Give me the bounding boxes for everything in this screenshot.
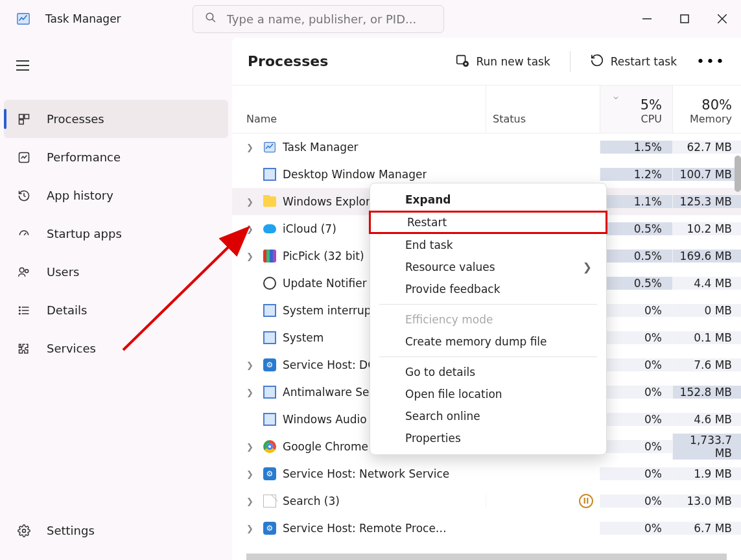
process-row[interactable]: ❯Search (3)II0%13.0 MB: [232, 487, 741, 515]
app-title: Task Manager: [45, 12, 121, 25]
process-memory-cell: 152.8 MB: [672, 386, 741, 399]
process-name: Service Host: Remote Procedu...: [283, 522, 451, 535]
sidebar-item-details[interactable]: Details: [4, 291, 228, 329]
sidebar-item-performance[interactable]: Performance: [4, 138, 228, 176]
memory-column-label: Memory: [690, 113, 732, 125]
expand-chevron-icon[interactable]: ❯: [246, 496, 257, 506]
context-menu-item[interactable]: End task: [370, 234, 606, 256]
process-cpu-cell: 0%: [600, 331, 672, 344]
cloud-icon: [263, 222, 276, 235]
run-new-task-label: Run new task: [476, 55, 550, 68]
process-name: iCloud (7): [283, 222, 336, 235]
svg-point-15: [19, 268, 24, 272]
expand-chevron-icon[interactable]: ❯: [246, 469, 257, 479]
process-memory-cell: 4.6 MB: [672, 413, 741, 426]
vertical-scrollbar[interactable]: [735, 156, 741, 192]
sidebar-item-label: App history: [47, 189, 113, 202]
context-menu-item[interactable]: Properties: [370, 427, 606, 449]
process-status-cell: II: [486, 494, 600, 508]
chevron-down-icon: [612, 92, 620, 104]
window-icon: [263, 413, 276, 426]
close-button[interactable]: [703, 0, 741, 38]
run-task-icon: [455, 53, 469, 70]
context-menu-item[interactable]: Open file location: [370, 383, 606, 405]
sidebar-item-label: Users: [47, 265, 79, 279]
expand-chevron-icon[interactable]: ❯: [246, 360, 257, 370]
hamburger-button[interactable]: [10, 53, 35, 78]
sidebar-item-services[interactable]: Services: [4, 329, 228, 368]
sidebar-item-label: Details: [47, 303, 87, 317]
column-header-memory[interactable]: 80% Memory: [672, 86, 741, 133]
expand-chevron-icon[interactable]: ❯: [246, 388, 257, 397]
context-menu-item[interactable]: Go to details: [370, 361, 606, 383]
window-icon: [263, 168, 276, 181]
process-memory-cell: 100.7 MB: [672, 168, 741, 181]
context-menu-item[interactable]: Create memory dump file: [370, 331, 606, 353]
sidebar-item-startup-apps[interactable]: Startup apps: [4, 215, 228, 253]
svg-rect-10: [19, 114, 24, 119]
expand-chevron-icon[interactable]: ❯: [246, 197, 257, 207]
minimize-button[interactable]: [628, 0, 666, 38]
memory-usage-value: 80%: [701, 97, 732, 113]
process-memory-cell: 6.7 MB: [672, 522, 741, 535]
users-icon: [17, 265, 31, 279]
maximize-button[interactable]: [666, 0, 703, 38]
process-memory-cell: 169.6 MB: [672, 250, 741, 262]
process-name: System: [283, 331, 323, 344]
process-cpu-cell: 0%: [600, 467, 672, 480]
svg-point-21: [19, 310, 21, 311]
window-icon: [263, 304, 276, 317]
more-button[interactable]: •••: [696, 53, 725, 69]
process-memory-cell: 10.2 MB: [672, 222, 741, 235]
folder-icon: [263, 195, 276, 208]
column-header-status[interactable]: Status: [486, 86, 600, 133]
process-name: Update Notifier: [283, 277, 367, 290]
process-row[interactable]: ❯⚙Service Host: Network Service0%1.9 MB: [232, 460, 741, 487]
expand-chevron-icon[interactable]: ❯: [246, 442, 257, 452]
context-menu-item[interactable]: Search online: [370, 405, 606, 427]
search-icon: [205, 12, 217, 26]
page-title: Processes: [248, 53, 328, 69]
process-memory-cell: 1,733.7 MB: [672, 434, 741, 460]
search-box[interactable]: [193, 5, 444, 33]
process-memory-cell: 4.4 MB: [672, 277, 741, 290]
process-name: Search (3): [283, 495, 340, 508]
column-header-cpu[interactable]: 5% CPU: [600, 86, 672, 133]
context-menu-item[interactable]: Expand: [370, 189, 606, 211]
content-header: Processes Run new task Restart task •••: [232, 38, 741, 86]
sidebar-item-label: Startup apps: [47, 227, 122, 240]
expand-chevron-icon[interactable]: ❯: [246, 143, 257, 152]
process-row[interactable]: ❯Task Manager1.5%62.7 MB: [232, 134, 741, 161]
context-menu-item[interactable]: Resource values❯: [370, 256, 606, 278]
context-menu-item[interactable]: Provide feedback: [370, 278, 606, 300]
process-memory-cell: 1.9 MB: [672, 467, 741, 480]
process-cpu-cell: 0%: [600, 440, 672, 453]
sidebar-item-processes[interactable]: Processes: [4, 100, 228, 138]
sidebar-item-label: Settings: [47, 524, 95, 537]
restart-task-button[interactable]: Restart task: [590, 53, 677, 70]
notify-icon: [263, 277, 276, 290]
gear-icon: [17, 524, 31, 538]
process-name-cell: Desktop Window Manager: [232, 168, 486, 181]
sidebar-item-app-history[interactable]: App history: [4, 176, 228, 215]
table-header: Name Status 5% CPU 80% Memory: [232, 86, 741, 134]
process-row[interactable]: ❯⚙Service Host: Remote Procedu...0%6.7 M…: [232, 515, 741, 542]
expand-chevron-icon[interactable]: ❯: [246, 251, 257, 261]
gauge-icon: [17, 227, 31, 241]
expand-chevron-icon[interactable]: ❯: [246, 524, 257, 533]
search-input[interactable]: [227, 12, 432, 26]
suspended-pause-icon: II: [579, 494, 593, 508]
svg-rect-12: [19, 119, 24, 124]
expand-chevron-icon[interactable]: ❯: [246, 224, 257, 234]
process-cpu-cell: 0.5%: [600, 222, 672, 235]
sidebar-item-settings[interactable]: Settings: [4, 511, 228, 550]
sidebar-item-users[interactable]: Users: [4, 253, 228, 291]
sidebar-item-label: Services: [47, 342, 96, 355]
context-menu-item[interactable]: Restart: [369, 211, 607, 234]
run-new-task-button[interactable]: Run new task: [455, 53, 550, 70]
horizontal-scrollbar[interactable]: [246, 554, 727, 560]
process-cpu-cell: 0%: [600, 304, 672, 317]
context-menu: ExpandRestartEnd taskResource values❯Pro…: [370, 183, 607, 455]
process-name-cell: ❯Search (3): [232, 495, 486, 508]
column-header-name[interactable]: Name: [232, 86, 486, 133]
